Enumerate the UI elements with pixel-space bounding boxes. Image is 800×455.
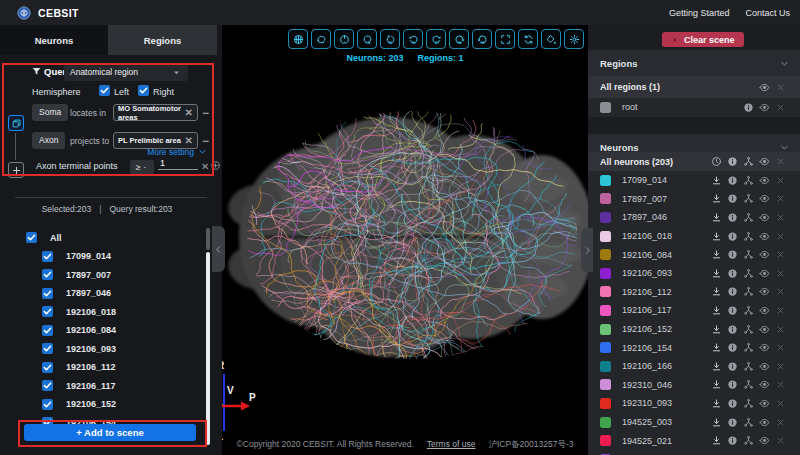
- download-icon[interactable]: [711, 324, 722, 335]
- branch-icon[interactable]: [743, 305, 754, 316]
- close-icon[interactable]: [775, 193, 786, 204]
- eye-icon[interactable]: [759, 324, 770, 335]
- color-swatch[interactable]: [600, 361, 611, 372]
- color-swatch[interactable]: [600, 342, 611, 353]
- color-swatch[interactable]: [600, 286, 611, 297]
- download-icon[interactable]: [711, 417, 722, 428]
- eye-icon[interactable]: [759, 102, 770, 113]
- close-icon[interactable]: [775, 231, 786, 242]
- eye-icon[interactable]: [759, 361, 770, 372]
- close-icon[interactable]: [775, 305, 786, 316]
- eye-icon[interactable]: [759, 249, 770, 260]
- rotate-down-90-button[interactable]: 90: [357, 29, 377, 49]
- close-icon[interactable]: [775, 212, 786, 223]
- clear-soma-region-icon[interactable]: ✕: [185, 108, 193, 118]
- color-swatch[interactable]: [600, 249, 611, 260]
- operator-dropdown[interactable]: ≥: [130, 160, 154, 174]
- info-icon[interactable]: [727, 175, 738, 186]
- info-icon[interactable]: [727, 324, 738, 335]
- color-swatch[interactable]: [600, 268, 611, 279]
- branch-icon[interactable]: [743, 193, 754, 204]
- checkbox-checked[interactable]: [42, 269, 53, 280]
- clause-subject-axon[interactable]: Axon: [32, 132, 65, 149]
- close-icon[interactable]: [775, 324, 786, 335]
- section-header-regions[interactable]: Regions: [588, 50, 800, 76]
- color-swatch[interactable]: [600, 212, 611, 223]
- background-color-button[interactable]: [541, 29, 561, 49]
- download-icon[interactable]: [711, 193, 722, 204]
- info-icon[interactable]: [743, 102, 754, 113]
- eye-icon[interactable]: [759, 82, 770, 93]
- close-icon[interactable]: [775, 102, 786, 113]
- rotate-ccw-90-button[interactable]: 90: [472, 29, 492, 49]
- eye-icon[interactable]: [759, 193, 770, 204]
- collapse-right-panel-handle[interactable]: [581, 228, 593, 272]
- info-icon[interactable]: [727, 305, 738, 316]
- clause-subject-soma[interactable]: Soma: [32, 104, 68, 121]
- color-swatch[interactable]: [600, 193, 611, 204]
- checkbox-checked[interactable]: [42, 306, 53, 317]
- branch-icon[interactable]: [743, 417, 754, 428]
- info-icon[interactable]: [727, 379, 738, 390]
- nav-getting-started-link[interactable]: Getting Started: [669, 8, 730, 18]
- checkbox-checked[interactable]: [42, 343, 53, 354]
- download-icon[interactable]: [711, 435, 722, 446]
- close-icon[interactable]: [775, 417, 786, 428]
- color-swatch[interactable]: [600, 379, 611, 390]
- info-icon[interactable]: [727, 268, 738, 279]
- add-clause-button[interactable]: [8, 162, 24, 178]
- eye-icon[interactable]: [759, 175, 770, 186]
- remove-clause-icon[interactable]: −: [202, 107, 209, 119]
- soma-region-input[interactable]: MO Somatomotor areas ✕: [113, 104, 198, 121]
- info-icon[interactable]: [727, 156, 738, 167]
- reset-view-button[interactable]: [518, 29, 538, 49]
- branch-icon[interactable]: [743, 361, 754, 372]
- info-icon[interactable]: [727, 342, 738, 353]
- close-icon[interactable]: [775, 286, 786, 297]
- branch-icon[interactable]: [743, 156, 754, 167]
- checkbox-checked[interactable]: [42, 251, 53, 262]
- close-icon[interactable]: [775, 361, 786, 372]
- checkbox-checked[interactable]: [42, 362, 53, 373]
- clear-scene-button[interactable]: Clear scene: [662, 32, 744, 47]
- download-icon[interactable]: [711, 231, 722, 242]
- info-icon[interactable]: [727, 435, 738, 446]
- color-swatch[interactable]: [600, 102, 611, 113]
- branch-icon[interactable]: [743, 175, 754, 186]
- color-swatch[interactable]: [600, 305, 611, 316]
- eye-icon[interactable]: [759, 212, 770, 223]
- eye-icon[interactable]: [759, 286, 770, 297]
- rotate-cw-90-button[interactable]: 90: [449, 29, 469, 49]
- eye-icon[interactable]: [759, 342, 770, 353]
- clear-filter-icon[interactable]: ✕: [201, 162, 209, 172]
- color-swatch[interactable]: [600, 175, 611, 186]
- eye-icon[interactable]: [759, 305, 770, 316]
- fit-screen-button[interactable]: [495, 29, 515, 49]
- download-icon[interactable]: [711, 249, 722, 260]
- query-type-dropdown[interactable]: Anatomical region: [64, 63, 188, 81]
- download-icon[interactable]: [711, 379, 722, 390]
- download-icon[interactable]: [711, 268, 722, 279]
- close-icon[interactable]: [775, 82, 786, 93]
- checkbox-checked[interactable]: [42, 325, 53, 336]
- eye-icon[interactable]: [759, 231, 770, 242]
- info-icon[interactable]: [727, 361, 738, 372]
- branch-icon[interactable]: [743, 398, 754, 409]
- eye-icon[interactable]: [759, 417, 770, 428]
- nav-contact-us-link[interactable]: Contact Us: [745, 8, 790, 18]
- close-icon[interactable]: [775, 342, 786, 353]
- hemisphere-right-checkbox[interactable]: [138, 85, 149, 96]
- brain-coronal-button[interactable]: [334, 29, 354, 49]
- color-swatch[interactable]: [600, 417, 611, 428]
- info-icon[interactable]: [727, 212, 738, 223]
- tab-neurons[interactable]: Neurons: [0, 25, 108, 55]
- rotate-up-90-button[interactable]: 90: [380, 29, 400, 49]
- download-icon[interactable]: [711, 286, 722, 297]
- info-icon[interactable]: [727, 193, 738, 204]
- info-icon[interactable]: [727, 249, 738, 260]
- info-icon[interactable]: [727, 398, 738, 409]
- clock-icon[interactable]: [711, 156, 722, 167]
- add-to-scene-button[interactable]: + Add to scene: [24, 424, 196, 441]
- more-setting-link[interactable]: More setting: [147, 146, 208, 157]
- eye-icon[interactable]: [759, 435, 770, 446]
